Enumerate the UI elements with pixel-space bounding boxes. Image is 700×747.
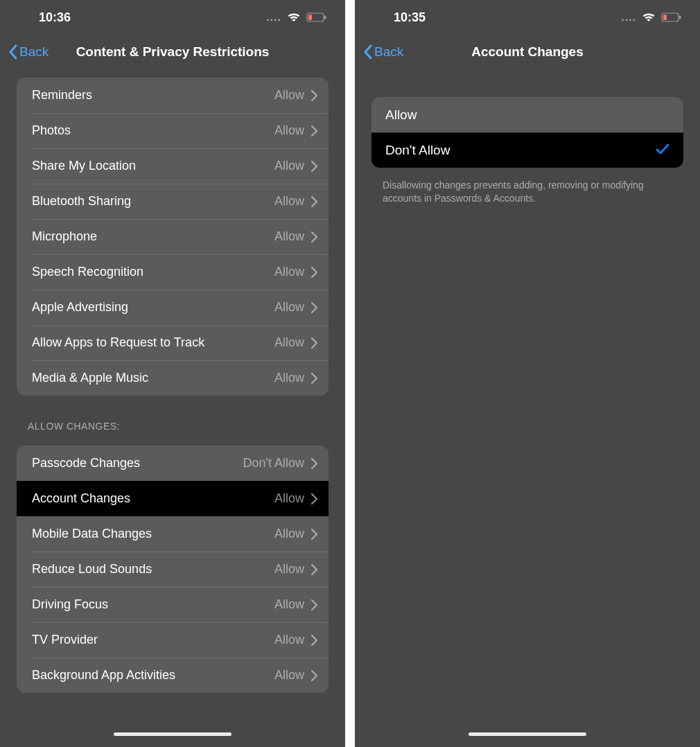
option-label: Don't Allow xyxy=(385,143,450,158)
chevron-right-icon xyxy=(311,458,317,469)
chevron-right-icon xyxy=(311,564,317,575)
nav-title: Content & Privacy Restrictions xyxy=(0,44,345,60)
chevron-right-icon xyxy=(311,161,317,172)
row-label: Reminders xyxy=(32,88,274,103)
row-value: Allow xyxy=(274,668,304,683)
back-button[interactable]: Back xyxy=(363,44,403,60)
battery-low-icon xyxy=(661,12,682,22)
settings-row[interactable]: Reduce Loud SoundsAllow xyxy=(17,552,329,587)
cellular-dots-icon: .... xyxy=(266,11,281,24)
row-value: Allow xyxy=(274,562,304,577)
settings-row[interactable]: RemindersAllow xyxy=(17,78,329,113)
option-group: AllowDon't Allow xyxy=(371,97,683,168)
settings-row[interactable]: MicrophoneAllow xyxy=(17,219,329,254)
allow-changes-header: ALLOW CHANGES: xyxy=(0,412,345,437)
svg-rect-2 xyxy=(324,16,326,19)
status-time: 10:35 xyxy=(394,10,426,25)
footer-note: Disallowing changes prevents adding, rem… xyxy=(355,172,700,205)
row-value: Don't Allow xyxy=(243,456,304,471)
back-button[interactable]: Back xyxy=(8,44,49,60)
back-label: Back xyxy=(19,44,49,60)
row-label: Driving Focus xyxy=(32,597,274,612)
nav-bar: Back Content & Privacy Restrictions xyxy=(0,35,345,69)
settings-row[interactable]: PhotosAllow xyxy=(17,113,329,148)
row-label: Reduce Loud Sounds xyxy=(32,562,274,577)
settings-row[interactable]: Bluetooth SharingAllow xyxy=(17,184,329,219)
home-indicator[interactable] xyxy=(469,732,586,736)
settings-row[interactable]: Background App ActivitiesAllow xyxy=(17,658,329,693)
phone-right: 10:35 .... Back Account Changes AllowDon… xyxy=(355,0,700,747)
nav-bar: Back Account Changes xyxy=(355,35,700,69)
settings-row[interactable]: Mobile Data ChangesAllow xyxy=(17,516,329,552)
settings-row[interactable]: Passcode ChangesDon't Allow xyxy=(17,446,329,481)
settings-row-highlighted[interactable]: Account ChangesAllow xyxy=(17,481,329,516)
privacy-group: RemindersAllowPhotosAllowShare My Locati… xyxy=(17,78,329,396)
settings-row[interactable]: Allow Apps to Request to TrackAllow xyxy=(17,325,329,360)
row-value: Allow xyxy=(274,300,304,315)
chevron-right-icon xyxy=(311,635,317,646)
settings-row[interactable]: Share My LocationAllow xyxy=(17,148,329,184)
chevron-right-icon xyxy=(311,267,317,278)
settings-row[interactable]: Driving FocusAllow xyxy=(17,587,329,622)
chevron-right-icon xyxy=(311,196,317,207)
row-value: Allow xyxy=(274,159,304,173)
row-label: Speech Recognition xyxy=(32,265,274,279)
row-label: Media & Apple Music xyxy=(32,371,274,385)
chevron-right-icon xyxy=(311,231,317,243)
content: AllowDon't Allow Disallowing changes pre… xyxy=(355,97,700,219)
chevron-right-icon xyxy=(311,670,317,681)
row-label: Microphone xyxy=(32,229,274,244)
row-value: Allow xyxy=(274,633,304,647)
row-label: Bluetooth Sharing xyxy=(32,194,274,209)
row-label: Account Changes xyxy=(32,491,130,506)
chevron-right-icon xyxy=(311,125,317,137)
row-label: Photos xyxy=(32,123,274,138)
allow-changes-group: Passcode ChangesDon't AllowAccount Chang… xyxy=(17,446,329,693)
status-bar: 10:35 .... xyxy=(355,0,700,35)
battery-low-icon xyxy=(306,12,327,22)
chevron-right-icon xyxy=(311,302,317,313)
row-value: Allow xyxy=(274,123,304,138)
nav-title: Account Changes xyxy=(355,44,700,60)
chevron-right-icon xyxy=(311,599,317,610)
row-value: Allow xyxy=(274,88,304,103)
row-value: Allow xyxy=(274,265,304,279)
settings-row[interactable]: TV ProviderAllow xyxy=(17,622,329,658)
row-label: Passcode Changes xyxy=(32,456,243,471)
row-label: Apple Advertising xyxy=(32,300,274,315)
settings-row[interactable]: Media & Apple MusicAllow xyxy=(17,360,329,396)
option-row[interactable]: Allow xyxy=(371,97,683,132)
back-label: Back xyxy=(374,44,403,60)
status-bar: 10:36 .... xyxy=(0,0,345,35)
row-value: Allow xyxy=(274,335,304,350)
wifi-icon xyxy=(287,12,301,22)
option-label: Allow xyxy=(385,107,417,123)
row-label: TV Provider xyxy=(32,633,274,647)
settings-row[interactable]: Apple AdvertisingAllow xyxy=(17,290,329,325)
check-icon xyxy=(656,143,670,158)
svg-rect-5 xyxy=(679,16,681,19)
row-value: Allow xyxy=(274,229,304,244)
chevron-right-icon xyxy=(311,373,317,384)
wifi-icon xyxy=(642,12,656,22)
row-label: Allow Apps to Request to Track xyxy=(32,335,274,350)
row-value: Allow xyxy=(274,371,304,385)
settings-row[interactable]: Speech RecognitionAllow xyxy=(17,254,329,290)
cellular-dots-icon: .... xyxy=(621,11,636,24)
row-label: Mobile Data Changes xyxy=(32,527,274,541)
row-value: Allow xyxy=(274,597,304,612)
chevron-right-icon xyxy=(311,337,317,349)
svg-rect-4 xyxy=(663,15,667,20)
content-scroll[interactable]: RemindersAllowPhotosAllowShare My Locati… xyxy=(0,78,345,723)
home-indicator[interactable] xyxy=(114,732,231,736)
row-value: Allow xyxy=(274,491,304,506)
row-value: Allow xyxy=(274,527,304,541)
option-row-selected[interactable]: Don't Allow xyxy=(371,132,683,168)
status-time: 10:36 xyxy=(39,10,71,25)
chevron-right-icon xyxy=(311,90,317,101)
chevron-right-icon xyxy=(311,529,317,540)
row-label: Share My Location xyxy=(32,159,274,173)
chevron-right-icon xyxy=(311,493,317,504)
phone-left: 10:36 .... Back Content & Privacy Restri… xyxy=(0,0,345,747)
svg-rect-1 xyxy=(308,15,312,20)
